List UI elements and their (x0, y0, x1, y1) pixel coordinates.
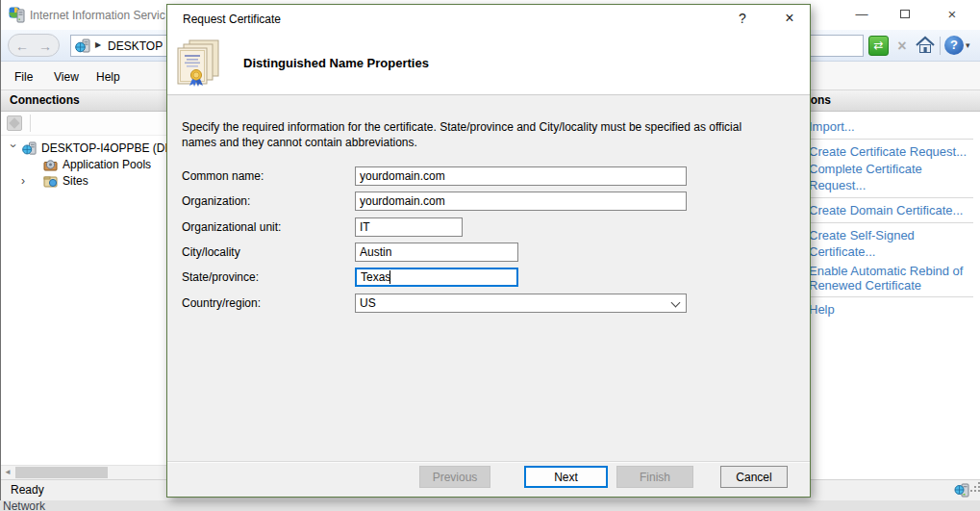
state-province-label: State/province: (182, 270, 259, 284)
breadcrumb-arrow-icon: ▶ (95, 40, 101, 49)
organization-field[interactable] (355, 192, 687, 211)
actions-separator (809, 222, 973, 223)
scrollbar-thumb[interactable] (15, 467, 108, 478)
city-locality-field[interactable] (355, 243, 518, 262)
tree-label-sites: Sites (63, 173, 88, 190)
actions-separator (809, 197, 973, 198)
organizational-unit-label: Organizational unit: (182, 220, 281, 234)
desktop-background: Network (0, 500, 980, 511)
minimize-button[interactable]: — (841, 0, 883, 29)
sites-folder-icon (43, 174, 58, 193)
iis-status-icon (954, 483, 969, 501)
stop-icon: × (892, 36, 912, 56)
action-create-certificate-request[interactable]: Create Certificate Request... (809, 143, 973, 160)
finish-button: Finish (616, 466, 693, 488)
action-import[interactable]: Import... (809, 118, 973, 135)
help-dropdown-caret-icon[interactable]: ▾ (966, 40, 970, 50)
dialog-header: Distinguished Name Properties (167, 33, 810, 95)
help-icon[interactable]: ? (944, 36, 964, 55)
close-button[interactable]: × (931, 0, 973, 29)
chevron-right-icon[interactable]: › (21, 173, 31, 190)
common-name-label: Common name: (182, 169, 264, 183)
status-text: Ready (11, 483, 44, 497)
toolbar-divider (940, 37, 941, 55)
menu-help[interactable]: Help (90, 68, 126, 86)
dialog-titlebar: Request Certificate ? × (167, 5, 810, 33)
country-region-value: US (360, 296, 376, 310)
maximize-button[interactable] (884, 0, 926, 29)
country-region-select[interactable]: US (355, 294, 687, 313)
menu-file[interactable]: File (9, 68, 38, 86)
desktop-network-label: Network (3, 499, 45, 511)
state-province-field[interactable] (355, 268, 518, 287)
refresh-icon[interactable]: ⇄ (868, 36, 889, 56)
action-enable-automatic-rebind[interactable]: Enable Automatic Rebind of Renewed Certi… (809, 264, 974, 293)
dialog-description: Specify the required information for the… (182, 119, 768, 150)
certificates-icon (176, 39, 222, 90)
actions-list: Import... Create Certificate Request... … (781, 112, 980, 318)
action-complete-certificate-request[interactable]: Complete Certificate Request... (809, 161, 973, 193)
actions-separator (809, 139, 973, 140)
back-button[interactable]: ← (13, 37, 32, 56)
dialog-title: Request Certificate (183, 13, 281, 26)
text-cursor (389, 270, 390, 284)
cancel-button[interactable]: Cancel (720, 466, 788, 488)
save-connection-icon (7, 115, 22, 131)
breadcrumb-text: DESKTOP (108, 39, 163, 53)
actions-separator (809, 296, 973, 297)
organizational-unit-field[interactable] (355, 217, 463, 237)
home-icon[interactable] (915, 35, 936, 59)
chevron-down-icon (671, 298, 681, 308)
navigation-pill: ← → (8, 34, 60, 57)
action-help[interactable]: Help (809, 301, 973, 318)
menu-view[interactable]: View (48, 68, 85, 86)
toolbar-separator (30, 115, 31, 132)
screen: Internet Information Servic — × ← → (0, 0, 980, 511)
chevron-down-icon[interactable]: › (5, 144, 21, 154)
scrollbar-left-arrow-icon[interactable]: ◄ (1, 466, 14, 479)
maximize-icon (900, 10, 910, 18)
server-icon (75, 38, 90, 57)
resize-grip[interactable] (970, 490, 972, 492)
window-title: Internet Information Servic (30, 9, 165, 22)
tree-label-application-pools: Application Pools (63, 157, 151, 173)
forward-button[interactable]: → (36, 37, 55, 56)
request-certificate-dialog: Request Certificate ? × (166, 4, 811, 498)
country-region-label: Country/region: (182, 296, 261, 310)
action-create-self-signed-certificate[interactable]: Create Self-Signed Certificate... (809, 227, 973, 260)
common-name-field[interactable] (355, 166, 687, 186)
toolbar-search-input[interactable] (807, 35, 864, 57)
tree-label-server: DESKTOP-I4OPPBE (DES (41, 141, 181, 157)
dialog-help-icon[interactable]: ? (733, 11, 752, 26)
footer-separator (167, 461, 810, 462)
previous-button: Previous (419, 466, 490, 488)
action-create-domain-certificate[interactable]: Create Domain Certificate... (809, 202, 973, 218)
next-button[interactable]: Next (524, 466, 608, 488)
dialog-heading: Distinguished Name Properties (243, 56, 429, 70)
iis-logo-icon (9, 7, 25, 26)
actions-header: Actions (781, 90, 980, 112)
organization-label: Organization: (182, 194, 250, 208)
city-locality-label: City/locality (182, 245, 240, 259)
dialog-close-icon[interactable]: × (779, 10, 800, 27)
